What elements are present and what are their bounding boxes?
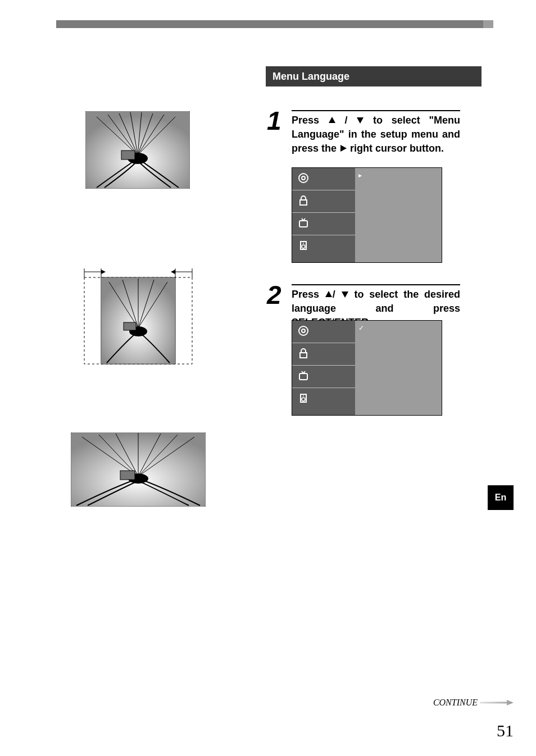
step-1-rule: [292, 110, 460, 111]
step-2-text-a: Press: [292, 289, 325, 300]
svg-rect-48: [299, 221, 307, 227]
svg-rect-22: [124, 322, 136, 330]
down-arrow-icon: [356, 114, 364, 127]
speaker-icon: [298, 240, 309, 253]
page-number: 51: [497, 721, 514, 740]
sunburst-image-icon: [85, 111, 190, 189]
illustration-full-aspect: [85, 111, 190, 189]
step-1-text-c: right cursor button.: [350, 143, 444, 154]
step-number-2: 2: [267, 280, 281, 310]
section-header-menu-language: Menu Language: [266, 66, 482, 86]
svg-rect-59: [299, 374, 307, 380]
down-arrow-icon: [341, 288, 349, 302]
menu-row-disc-2: [292, 321, 355, 343]
svg-marker-42: [329, 117, 335, 123]
svg-point-56: [299, 326, 308, 335]
setup-menu-preview-1: ▸: [292, 167, 442, 263]
menu-row-tv-2: [292, 366, 355, 388]
menu-check-icon: ✓: [358, 324, 364, 332]
wide-image-icon: [71, 432, 206, 507]
svg-marker-25: [101, 270, 106, 274]
up-arrow-icon: [325, 288, 333, 302]
menu-cursor-right-icon: ▸: [358, 171, 362, 179]
section-header-text: Menu Language: [272, 71, 349, 82]
right-arrow-icon: [339, 142, 347, 156]
top-bar: [56, 20, 483, 28]
menu-right-column: ▸: [355, 168, 442, 262]
svg-point-64: [303, 395, 304, 397]
tv-icon: [298, 217, 309, 231]
lock-icon: [298, 348, 309, 361]
menu-row-disc: [292, 168, 355, 190]
svg-marker-26: [171, 270, 175, 274]
tv-icon: [298, 370, 309, 384]
crop-illustration-icon: [78, 266, 199, 365]
svg-point-46: [302, 176, 305, 180]
menu-left-column: [292, 168, 355, 262]
language-tab-label: En: [495, 493, 506, 503]
menu-row-lock-2: [292, 343, 355, 366]
illustration-wide-aspect: [71, 432, 206, 507]
step-number-1: 1: [267, 106, 281, 136]
setup-menu-preview-2: ✓: [292, 320, 442, 416]
arrow-slash-2: /: [333, 289, 335, 300]
disc-icon: [298, 325, 309, 339]
svg-marker-44: [340, 145, 347, 152]
svg-point-52: [302, 245, 305, 248]
svg-marker-54: [325, 291, 332, 297]
continue-label: CONTINUE: [433, 698, 478, 708]
step-2-rule: [292, 284, 460, 285]
menu-row-speaker-2: [292, 388, 355, 411]
svg-rect-47: [300, 200, 307, 205]
lock-icon: [298, 195, 309, 208]
svg-rect-1: [86, 112, 189, 188]
menu-row-lock: [292, 190, 355, 213]
menu-row-tv: [292, 213, 355, 235]
svg-marker-55: [342, 292, 348, 298]
disc-icon: [298, 172, 309, 186]
svg-point-53: [303, 243, 304, 244]
svg-point-45: [299, 174, 308, 183]
svg-point-63: [302, 398, 305, 401]
step-1-text-a: Press: [292, 115, 328, 126]
svg-rect-11: [121, 151, 135, 160]
svg-point-57: [302, 329, 305, 333]
language-tab-en: En: [488, 485, 514, 510]
svg-marker-43: [357, 117, 364, 124]
illustration-crop-guides: [78, 266, 199, 365]
svg-rect-58: [300, 353, 307, 358]
menu-left-column-2: [292, 321, 355, 415]
up-arrow-icon: [328, 114, 336, 127]
svg-rect-41: [120, 471, 135, 480]
speaker-icon: [298, 393, 309, 406]
menu-right-column-2: ✓: [355, 321, 442, 415]
arrow-slash: /: [336, 115, 348, 126]
step-1-text: Press / to select "Menu Language" in the…: [292, 113, 460, 156]
menu-row-speaker: [292, 235, 355, 258]
continue-arrow-icon: [480, 700, 514, 705]
